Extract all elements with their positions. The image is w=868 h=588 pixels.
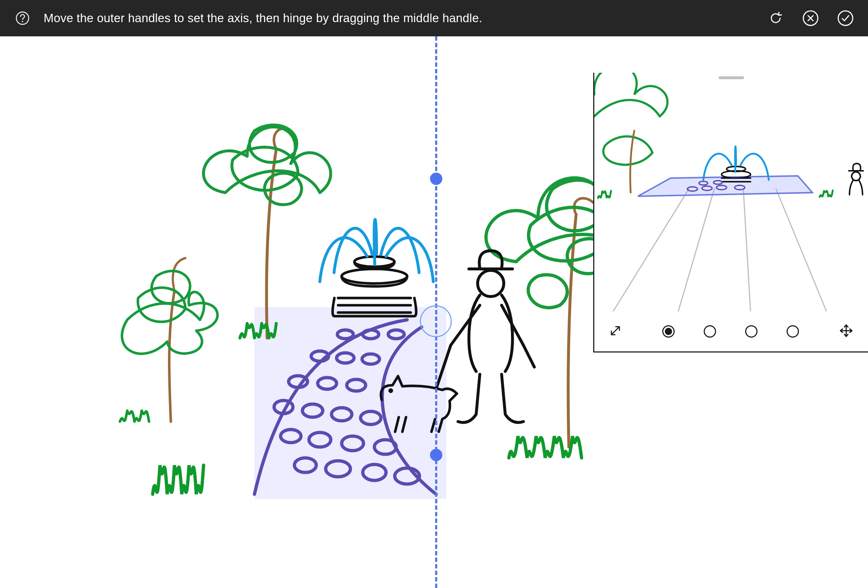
svg-point-27 bbox=[478, 270, 504, 296]
preview-toolbar bbox=[594, 311, 868, 351]
help-button[interactable] bbox=[12, 8, 33, 28]
svg-point-28 bbox=[390, 390, 392, 392]
preview-move-button[interactable] bbox=[839, 323, 853, 339]
svg-point-26 bbox=[388, 330, 404, 339]
perspective-option-3[interactable] bbox=[745, 325, 757, 337]
svg-point-24 bbox=[337, 330, 353, 339]
svg-point-3 bbox=[838, 11, 853, 25]
svg-point-8 bbox=[363, 464, 386, 480]
preview-panel bbox=[593, 73, 868, 352]
svg-point-15 bbox=[303, 404, 323, 417]
perspective-option-1[interactable] bbox=[662, 325, 675, 337]
svg-point-0 bbox=[16, 12, 29, 24]
svg-point-37 bbox=[852, 172, 861, 181]
svg-point-16 bbox=[332, 408, 352, 421]
svg-point-7 bbox=[326, 461, 350, 477]
svg-point-20 bbox=[347, 379, 366, 391]
svg-point-10 bbox=[280, 430, 301, 443]
svg-point-22 bbox=[337, 353, 354, 363]
confirm-icon bbox=[837, 9, 854, 27]
svg-point-5 bbox=[342, 269, 407, 283]
move-icon bbox=[839, 323, 853, 338]
perspective-option-4[interactable] bbox=[787, 325, 799, 337]
canvas-area[interactable] bbox=[0, 36, 868, 588]
svg-point-1 bbox=[22, 21, 23, 22]
undo-icon bbox=[768, 10, 784, 26]
instruction-text: Move the outer handles to set the axis, … bbox=[44, 11, 766, 25]
hinge-handle-top[interactable] bbox=[430, 172, 442, 185]
undo-button[interactable] bbox=[766, 8, 786, 28]
cancel-button[interactable] bbox=[800, 8, 821, 28]
svg-point-11 bbox=[309, 432, 331, 447]
svg-point-12 bbox=[342, 436, 363, 451]
app-root: Move the outer handles to set the axis, … bbox=[0, 0, 868, 588]
confirm-button[interactable] bbox=[835, 8, 856, 28]
svg-point-13 bbox=[374, 440, 396, 454]
svg-point-17 bbox=[360, 411, 381, 424]
svg-point-6 bbox=[294, 458, 316, 472]
svg-point-19 bbox=[318, 377, 337, 389]
hinge-handle-bottom[interactable] bbox=[430, 449, 442, 461]
svg-point-25 bbox=[363, 330, 379, 339]
resize-diagonal-icon bbox=[609, 324, 622, 337]
cancel-icon bbox=[802, 9, 819, 27]
topbar-actions bbox=[766, 8, 856, 28]
svg-point-23 bbox=[362, 354, 379, 364]
perspective-radio-group bbox=[662, 325, 799, 337]
hinge-handle-middle[interactable] bbox=[420, 305, 452, 337]
preview-content[interactable] bbox=[594, 73, 868, 311]
preview-resize-button[interactable] bbox=[609, 324, 622, 339]
topbar: Move the outer handles to set the axis, … bbox=[0, 0, 868, 36]
help-icon bbox=[15, 11, 30, 25]
preview-sketch bbox=[594, 73, 868, 311]
perspective-option-2[interactable] bbox=[704, 325, 716, 337]
